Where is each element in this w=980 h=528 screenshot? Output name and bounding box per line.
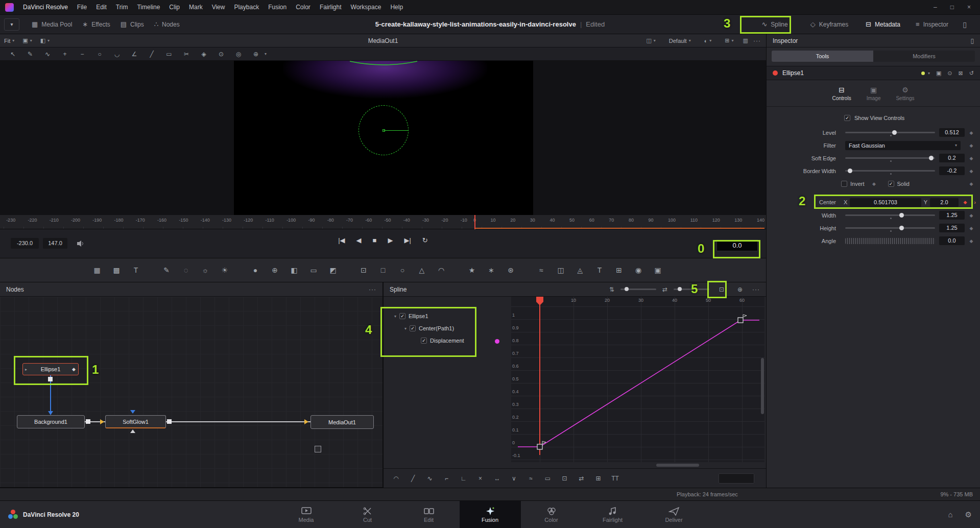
menu-item[interactable]: Fusion bbox=[268, 4, 286, 11]
split-wipe-dropdown[interactable]: ◫▾ bbox=[642, 37, 659, 44]
app-logo-icon[interactable] bbox=[5, 3, 14, 12]
zoom-in-button[interactable]: ⊕ bbox=[734, 286, 746, 293]
smooth-icon[interactable]: ∿ bbox=[421, 475, 438, 482]
camera3d-tool-icon[interactable]: ◉ bbox=[629, 262, 648, 278]
maximize-icon[interactable]: □ bbox=[950, 4, 954, 11]
spline-options-menu-icon[interactable]: ··· bbox=[752, 286, 760, 293]
gear-icon[interactable]: ⚙ bbox=[965, 510, 972, 519]
menu-item[interactable]: Help bbox=[390, 4, 403, 11]
versions-icon[interactable]: ▣ bbox=[936, 70, 941, 77]
menu-item[interactable]: Edit bbox=[96, 4, 107, 11]
magnify-icon[interactable]: ⊕ bbox=[247, 51, 265, 58]
height-keyframe-icon[interactable]: ◆ bbox=[965, 226, 978, 231]
rectangle-mask-icon[interactable]: □ bbox=[373, 262, 393, 278]
menu-item[interactable]: Trim bbox=[116, 4, 128, 11]
tab-modifiers[interactable]: Modifiers bbox=[873, 51, 975, 62]
effects-button[interactable]: ∗ Effects bbox=[77, 17, 115, 32]
zoom-fit-dropdown[interactable]: Fit▾ bbox=[0, 38, 18, 44]
fastnoise-tool-icon[interactable]: ▩ bbox=[107, 262, 126, 278]
spline-curve-graph[interactable] bbox=[384, 297, 766, 468]
lut-default-dropdown[interactable]: Default▾ bbox=[665, 38, 695, 44]
bspline-mask-icon[interactable]: ◠ bbox=[432, 262, 451, 278]
invert-keyframe-icon[interactable]: ◆ bbox=[868, 181, 881, 186]
horizontal-zoom-icon[interactable]: ⇄ bbox=[662, 286, 667, 293]
select-tool-icon[interactable]: ▭ bbox=[539, 475, 556, 482]
invert-icon[interactable]: × bbox=[472, 475, 489, 482]
inspector-panel-icon[interactable]: ▯ bbox=[970, 37, 974, 44]
ab-buffer-icon[interactable]: ▥ bbox=[743, 37, 748, 44]
node-tile-color-dot[interactable] bbox=[921, 71, 925, 75]
polygon-mask-icon[interactable]: △ bbox=[412, 262, 432, 278]
show-view-controls-checkbox[interactable]: ✓ bbox=[844, 115, 850, 121]
height-slider[interactable] bbox=[841, 227, 939, 229]
page-fusion[interactable]: Fusion bbox=[460, 501, 521, 528]
textplus-tool-icon[interactable]: T bbox=[126, 262, 146, 278]
minimize-icon[interactable]: – bbox=[934, 4, 937, 11]
page-deliver[interactable]: Deliver bbox=[643, 501, 705, 528]
tab-tools[interactable]: Tools bbox=[772, 51, 873, 62]
soft-edge-keyframe-icon[interactable]: ◆ bbox=[965, 156, 978, 161]
tools-chevron-icon[interactable]: ▾ bbox=[265, 52, 267, 56]
subtab-settings[interactable]: ⚙ Settings bbox=[896, 83, 914, 106]
menu-item[interactable]: Timeline bbox=[137, 4, 160, 11]
detached-connector[interactable] bbox=[315, 446, 321, 452]
cornerposition-tool-icon[interactable]: ◩ bbox=[323, 262, 343, 278]
play-button[interactable]: ▶ bbox=[388, 236, 393, 244]
menu-item[interactable]: Playback bbox=[234, 4, 259, 11]
angle-value[interactable]: 0.0 bbox=[939, 236, 965, 245]
page-color[interactable]: Color bbox=[521, 501, 582, 528]
menu-item[interactable]: Fairlight bbox=[320, 4, 342, 11]
solid-keyframe-icon[interactable]: ◆ bbox=[965, 181, 978, 186]
ellipse-mask-icon[interactable]: ○ bbox=[393, 262, 412, 278]
first-frame-button[interactable]: |◀ bbox=[338, 236, 345, 244]
border-width-keyframe-icon[interactable]: ◆ bbox=[965, 169, 978, 174]
step-out-icon[interactable]: ∟ bbox=[455, 475, 472, 482]
vertical-zoom-icon[interactable]: ⇅ bbox=[609, 286, 614, 293]
soft-edge-slider[interactable] bbox=[841, 157, 939, 159]
glow-tool-icon[interactable]: ☀ bbox=[215, 262, 234, 278]
right-panel-toggle-icon[interactable]: ▯ bbox=[953, 20, 976, 29]
clips-button[interactable]: ▤ Clips bbox=[115, 17, 149, 32]
lut-icon-dropdown[interactable]: ◐▾ bbox=[700, 38, 716, 44]
subtab-image[interactable]: ▣ Image bbox=[867, 83, 881, 106]
home-icon[interactable]: ⌂ bbox=[948, 510, 952, 519]
step-in-icon[interactable]: ⌐ bbox=[438, 475, 455, 482]
output-connector-ellipse[interactable] bbox=[48, 377, 53, 381]
level-value[interactable]: 0.512 bbox=[939, 128, 965, 137]
node-editor-canvas[interactable]: ▸ Ellipse1 ◆ Background1 SoftGlow1 Media… bbox=[0, 297, 383, 488]
subtab-controls[interactable]: ⊟ Controls bbox=[832, 83, 851, 106]
node-softglow1[interactable]: SoftGlow1 bbox=[105, 415, 166, 428]
last-frame-button[interactable]: ▶| bbox=[404, 236, 411, 244]
nodes-options-menu-icon[interactable]: ··· bbox=[369, 286, 376, 293]
viewer-canvas[interactable] bbox=[0, 61, 766, 215]
page-fairlight[interactable]: Fairlight bbox=[582, 501, 643, 528]
vertical-zoom-slider[interactable] bbox=[620, 289, 656, 290]
linear-point-icon[interactable]: ∠ bbox=[126, 51, 143, 58]
letterbox-tool-icon[interactable]: ▭ bbox=[304, 262, 323, 278]
output-connector-background[interactable] bbox=[86, 419, 90, 424]
page-edit[interactable]: Edit bbox=[398, 501, 460, 528]
pemitter-tool-icon[interactable]: ∗ bbox=[482, 262, 501, 278]
page-media[interactable]: Media bbox=[276, 501, 337, 528]
reset-icon[interactable]: ↺ bbox=[969, 70, 974, 77]
node-background1[interactable]: Background1 bbox=[17, 415, 85, 428]
delete-point-icon[interactable]: − bbox=[74, 51, 91, 58]
ellipse-center-handle[interactable] bbox=[383, 129, 385, 132]
filter-dropdown[interactable]: Fast Gaussian ▾ bbox=[845, 141, 961, 150]
menu-item[interactable]: Mark bbox=[189, 4, 203, 11]
solid-checkbox[interactable]: ✓ bbox=[888, 181, 894, 187]
level-slider[interactable] bbox=[841, 132, 939, 133]
softglow-tool-icon[interactable]: ☼ bbox=[196, 262, 215, 278]
soft-edge-value[interactable]: 0.2 bbox=[939, 154, 965, 162]
width-slider[interactable] bbox=[841, 214, 939, 216]
smooth-point-icon[interactable]: ◡ bbox=[108, 51, 126, 58]
height-value[interactable]: 1.25 bbox=[939, 224, 965, 232]
menu-item[interactable]: Color bbox=[296, 4, 310, 11]
transform-tool-icon[interactable]: ⊕ bbox=[265, 262, 284, 278]
metadata-button[interactable]: ⊟ Metadata bbox=[855, 17, 911, 32]
level-keyframe-icon[interactable]: ◆ bbox=[965, 130, 978, 135]
key-markers-icon[interactable]: ⇄ bbox=[573, 475, 590, 482]
center-x-field[interactable]: 0.501703 bbox=[850, 198, 921, 207]
node-ellipse1[interactable]: ▸ Ellipse1 ◆ bbox=[22, 363, 79, 375]
pin-icon[interactable]: ⊙ bbox=[947, 70, 952, 77]
